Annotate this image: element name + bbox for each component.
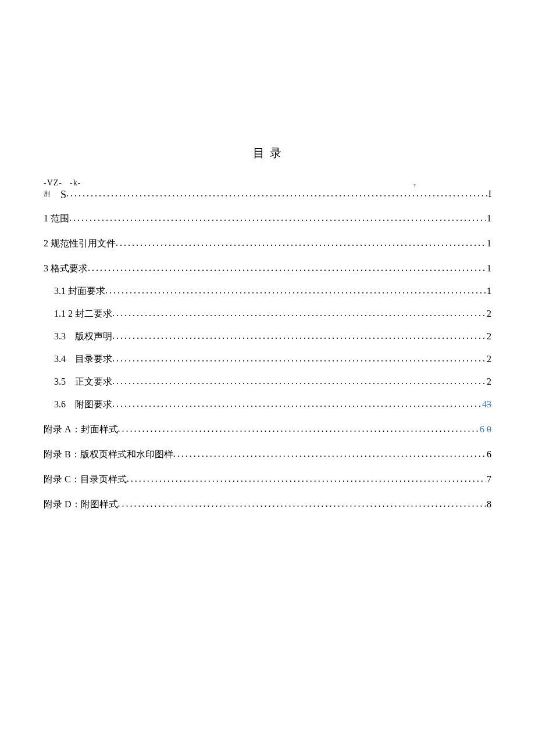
toc-page: 8 [486,499,491,510]
toc-entry: 3.5 正文要求 2 [54,376,491,388]
toc-dots [112,308,486,318]
artifact-tau: τ [413,182,416,188]
toc-label: 2 规范性引用文件 [44,238,116,250]
document-page: 目 录 -VZ- -k- τ 刖 S I 1 范围 1 2 规范性引用文件 1 … [0,0,535,511]
toc-dots [116,238,486,248]
page-old: 3 [487,399,491,409]
page-old: 0 [487,424,491,434]
toc-page: 1 [486,286,491,296]
toc-page: 6 [486,449,491,460]
artifact-entry: 刖 S I [44,188,491,200]
toc-dots [127,474,486,484]
toc-entry: 3.1 封面要求 1 [54,285,491,298]
toc-label: 3.1 封面要求 [54,285,105,298]
toc-label: 1 范围 [44,213,69,225]
artifact-line1: -VZ- -k- τ [44,178,491,188]
toc-page: 2 [486,331,491,342]
toc-page: 60 [479,424,491,435]
toc-dots [173,449,486,459]
toc-entry: 附录 D：附图样式 8 [44,499,491,511]
toc-dots [118,499,486,509]
page-new: 4 [482,399,487,409]
toc-entry: 3 格式要求 1 [44,263,491,275]
header-artifact: -VZ- -k- τ 刖 S I [44,178,491,200]
artifact-k: -k- [70,178,81,187]
artifact-s: S [60,189,66,200]
toc-label: 3.5 正文要求 [54,376,112,388]
toc-dots [118,424,479,434]
toc-page: 1 [486,238,491,249]
toc-page: 7 [486,474,491,485]
toc-label: 1.1 2 封二要求 [54,308,112,320]
toc-label: 3.4 目录要求 [54,353,112,366]
artifact-del: 刖 [44,189,50,198]
toc-label: 附录 B：版权页样式和水印图样 [44,449,173,461]
toc-dots [69,213,486,223]
toc-entry: 附录 B：版权页样式和水印图样 6 [44,449,491,461]
toc-label: 附录 D：附图样式 [44,499,118,511]
toc-label: 附录 A：封面样式 [44,424,118,436]
toc-entry: 3.3 版权声明 2 [54,331,491,343]
toc-page: 2 [486,377,491,387]
toc-dots [66,188,487,199]
artifact-vz: -VZ- [44,178,62,187]
toc-page: 2 [486,354,491,364]
toc-entry: 1 范围 1 [44,213,491,225]
toc-entry: 2 规范性引用文件 1 [44,238,491,250]
toc-dots [112,376,486,386]
toc-dots [105,285,486,296]
toc-dots [112,399,481,409]
toc-title: 目 录 [44,145,491,161]
toc-label: 3 格式要求 [44,263,88,275]
toc-page: 1 [486,263,491,274]
page-new: 6 [480,424,484,434]
toc-label: 附录 C：目录页样式 [44,474,127,486]
toc-entry: 3.4 目录要求 2 [54,353,491,366]
toc-entry: 3.6 附图要求 43 [54,399,491,411]
toc-dots [112,353,486,364]
toc-page: 2 [486,309,491,319]
toc-dots [112,331,486,341]
toc-entry: 1.1 2 封二要求 2 [54,308,491,320]
toc-label: 3.3 版权声明 [54,331,112,343]
toc-dots [88,263,486,273]
toc-entry: 附录 C：目录页样式 7 [44,474,491,486]
toc-label: 3.6 附图要求 [54,399,112,411]
toc-page: 1 [486,213,491,224]
toc-page: 43 [481,399,491,410]
artifact-page: I [487,189,491,199]
toc-entry: 附录 A：封面样式 60 [44,424,491,436]
